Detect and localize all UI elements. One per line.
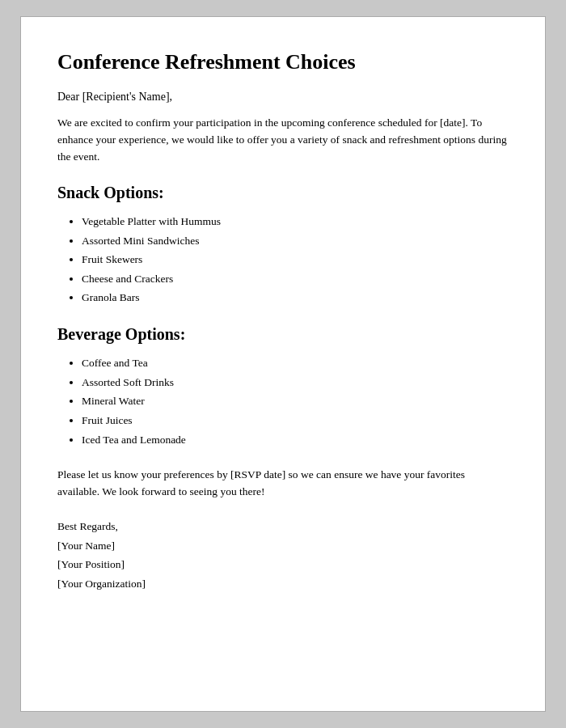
closing-line4: [Your Organization] — [57, 574, 509, 594]
closing-block: Best Regards, [Your Name] [Your Position… — [57, 517, 509, 594]
list-item: Vegetable Platter with Hummus — [82, 212, 509, 231]
list-item: Fruit Skewers — [82, 250, 509, 269]
intro-paragraph: We are excited to confirm your participa… — [57, 115, 509, 166]
snack-options-list: Vegetable Platter with Hummus Assorted M… — [57, 212, 509, 307]
beverage-options-list: Coffee and Tea Assorted Soft Drinks Mine… — [57, 353, 509, 449]
closing-line3: [Your Position] — [57, 555, 509, 574]
list-item: Assorted Mini Sandwiches — [82, 231, 509, 251]
list-item: Mineral Water — [82, 392, 509, 411]
salutation: Dear [Recipient's Name], — [57, 91, 509, 104]
snack-options-heading: Snack Options: — [57, 184, 509, 202]
list-item: Assorted Soft Drinks — [82, 373, 509, 392]
beverage-options-heading: Beverage Options: — [57, 325, 509, 344]
list-item: Iced Tea and Lemonade — [82, 430, 509, 450]
list-item: Coffee and Tea — [82, 353, 509, 373]
closing-line2: [Your Name] — [57, 536, 509, 556]
list-item: Fruit Juices — [82, 411, 509, 430]
document-container: Conference Refreshment Choices Dear [Rec… — [20, 16, 546, 712]
list-item: Granola Bars — [82, 288, 509, 307]
closing-line1: Best Regards, — [57, 517, 509, 536]
list-item: Cheese and Crackers — [82, 269, 509, 289]
document-title: Conference Refreshment Choices — [57, 49, 509, 74]
rsvp-paragraph: Please let us know your preferences by [… — [57, 467, 509, 501]
